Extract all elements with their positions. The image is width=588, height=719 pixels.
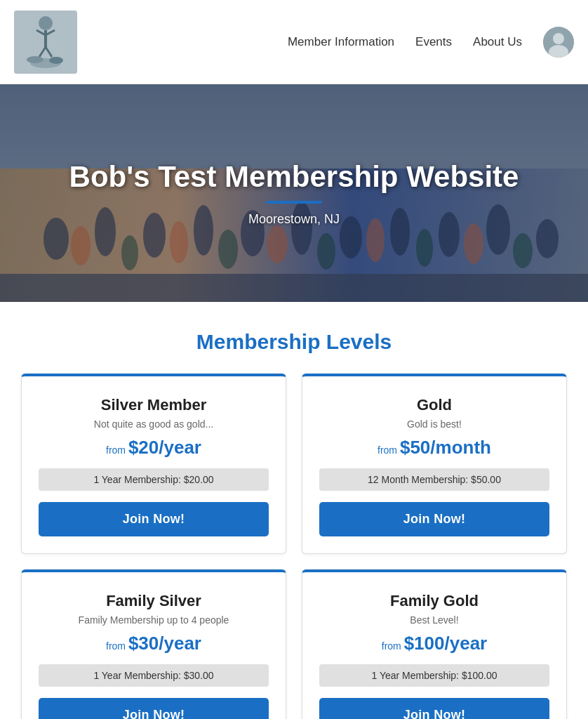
nav-about-us[interactable]: About Us — [473, 35, 522, 49]
card-family-silver-price: from $30/year — [106, 633, 201, 654]
card-family-silver-join-button[interactable]: Join Now! — [39, 698, 269, 719]
card-gold-desc: Gold is best! — [407, 418, 462, 430]
card-silver-price: from $20/year — [106, 437, 201, 459]
hero-section: Bob's Test Membership Website Moorestown… — [0, 84, 588, 302]
user-avatar[interactable] — [543, 27, 574, 58]
membership-levels-title: Membership Levels — [21, 330, 567, 354]
membership-grid: Silver Member Not quite as good as gold.… — [21, 374, 567, 719]
hero-content: Bob's Test Membership Website Moorestown… — [69, 160, 519, 227]
hero-title: Bob's Test Membership Website — [69, 160, 519, 194]
card-gold-price-amount: $50/month — [400, 437, 491, 458]
nav-member-information[interactable]: Member Information — [288, 35, 394, 49]
card-family-gold-price: from $100/year — [382, 633, 487, 654]
card-family-silver-price-amount: $30/year — [128, 633, 201, 654]
card-family-gold-price-from: from — [382, 640, 401, 652]
card-family-silver-price-from: from — [106, 640, 126, 652]
hero-subtitle: Moorestown, NJ — [69, 212, 519, 227]
main-nav: Member Information Events About Us — [288, 27, 574, 58]
card-family-silver-title: Family Silver — [106, 592, 201, 610]
card-gold-price: from $50/month — [377, 437, 491, 459]
card-gold-option: 12 Month Membership: $50.00 — [319, 468, 549, 491]
svg-point-9 — [49, 57, 63, 64]
card-silver-price-amount: $20/year — [128, 437, 201, 458]
main-content: Membership Levels Silver Member Not quit… — [0, 302, 588, 719]
card-family-silver-desc: Family Membership up to 4 people — [79, 614, 229, 626]
card-family-gold-join-button[interactable]: Join Now! — [319, 698, 549, 719]
svg-point-11 — [553, 33, 564, 44]
card-family-gold-title: Family Gold — [390, 592, 479, 610]
card-family-gold-desc: Best Level! — [410, 614, 458, 626]
card-family-gold: Family Gold Best Level! from $100/year 1… — [302, 569, 567, 719]
card-family-silver: Family Silver Family Membership up to 4 … — [21, 569, 286, 719]
nav-events[interactable]: Events — [415, 35, 452, 49]
card-silver-join-button[interactable]: Join Now! — [39, 502, 269, 536]
site-logo[interactable] — [14, 11, 77, 74]
card-gold-join-button[interactable]: Join Now! — [319, 502, 549, 536]
card-gold-price-from: from — [377, 444, 397, 456]
card-silver-option: 1 Year Membership: $20.00 — [39, 468, 269, 491]
card-silver-title: Silver Member — [101, 396, 206, 414]
card-silver-price-from: from — [106, 444, 126, 456]
card-gold-title: Gold — [417, 396, 452, 414]
card-silver-member: Silver Member Not quite as good as gold.… — [21, 374, 286, 554]
card-family-gold-option: 1 Year Membership: $100.00 — [319, 664, 549, 687]
card-silver-desc: Not quite as good as gold... — [94, 418, 213, 430]
svg-point-1 — [39, 16, 53, 30]
svg-point-8 — [27, 56, 44, 63]
card-family-gold-price-amount: $100/year — [404, 633, 488, 654]
hero-divider — [266, 201, 322, 204]
site-header: Member Information Events About Us — [0, 0, 588, 84]
card-gold: Gold Gold is best! from $50/month 12 Mon… — [302, 374, 567, 554]
card-family-silver-option: 1 Year Membership: $30.00 — [39, 664, 269, 687]
